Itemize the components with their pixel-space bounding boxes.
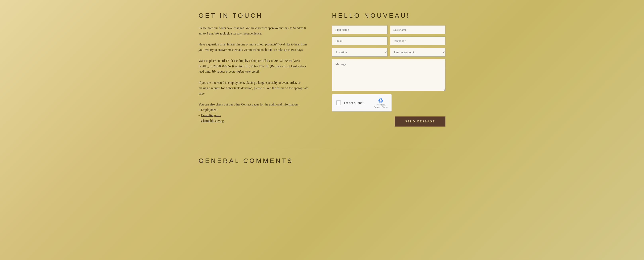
general-comments-title: GENERAL COMMENTS bbox=[198, 157, 446, 164]
right-column: HELLO NOUVEAU! Location West Seattle Cap… bbox=[330, 12, 446, 127]
get-in-touch-title: GET IN TOUCH bbox=[198, 12, 310, 19]
recaptcha-brand-text: reCAPTCHA bbox=[374, 104, 388, 106]
contact-form: Location West Seattle Capitol Hill Burie… bbox=[332, 25, 446, 127]
telephone-input[interactable] bbox=[390, 37, 446, 45]
paragraph-hours: Please note our hours have changed. We a… bbox=[198, 25, 310, 53]
bottom-section: GENERAL COMMENTS bbox=[198, 149, 446, 164]
recaptcha-links-text: Privacy – Terms bbox=[374, 106, 388, 108]
send-message-button[interactable]: SEND MESSAGE bbox=[395, 116, 446, 127]
email-telephone-row bbox=[332, 37, 446, 45]
interest-select[interactable]: I am Interested in General Employment Ev… bbox=[390, 48, 446, 57]
last-name-input[interactable] bbox=[390, 25, 446, 34]
event-requests-link[interactable]: Event Requests bbox=[201, 113, 221, 117]
form-title: HELLO NOUVEAU! bbox=[332, 12, 446, 19]
name-row bbox=[332, 25, 446, 34]
selects-row: Location West Seattle Capitol Hill Burie… bbox=[332, 48, 446, 57]
paragraph-order: Want to place an order? Please drop by a… bbox=[198, 58, 310, 74]
email-input[interactable] bbox=[332, 37, 388, 45]
recaptcha-icon: ♻ bbox=[374, 98, 388, 104]
left-column: GET IN TOUCH Please note our hours have … bbox=[198, 12, 314, 129]
recaptcha-checkbox[interactable] bbox=[336, 101, 341, 105]
location-select[interactable]: Location West Seattle Capitol Hill Burie… bbox=[332, 48, 388, 57]
recaptcha-logo: ♻ reCAPTCHA Privacy – Terms bbox=[374, 98, 388, 108]
message-textarea[interactable] bbox=[332, 59, 446, 91]
recaptcha-widget: I'm not a robot ♻ reCAPTCHA Privacy – Te… bbox=[332, 94, 392, 111]
paragraph-links: You can also check out our other Contact… bbox=[198, 102, 310, 123]
charitable-giving-link[interactable]: Charitable Giving bbox=[201, 119, 224, 122]
recaptcha-label: I'm not a robot bbox=[344, 101, 364, 105]
first-name-input[interactable] bbox=[332, 25, 388, 34]
employment-link[interactable]: Employment bbox=[201, 108, 218, 111]
paragraph-employment: If you are interested in employment, pla… bbox=[198, 80, 310, 96]
